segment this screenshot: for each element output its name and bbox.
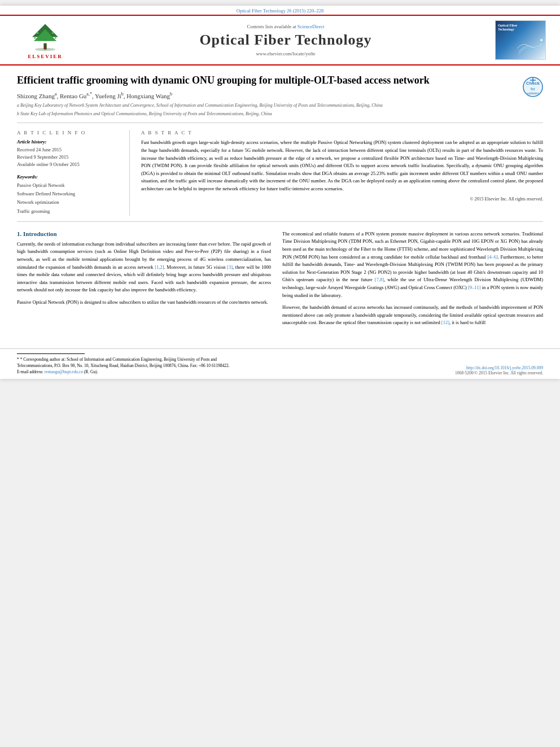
svg-point-6 (34, 37, 36, 38)
article-info-row: A R T I C L E I N F O Article history: R… (17, 123, 543, 221)
page: Optical Fiber Technology 26 (2015) 220–2… (0, 6, 560, 379)
journal-cover-section: Optical Fiber Technology (492, 20, 549, 60)
journal-name-heading: Optical Fiber Technology (85, 32, 487, 49)
article-info-left: A R T I C L E I N F O Article history: R… (17, 130, 130, 215)
journal-ref-bar: Optical Fiber Technology 26 (2015) 220–2… (0, 6, 560, 15)
footnote-block: * * Corresponding author at: School of I… (17, 353, 243, 375)
citation-1-2: [1,2] (155, 264, 164, 270)
journal-cover-image: Optical Fiber Technology (495, 20, 546, 60)
author-shizong: Shizong Zhang (17, 93, 55, 99)
body-paragraph-2: Passive Optical Network (PON) is designe… (17, 299, 271, 307)
keyword-4: Traffic grooming (17, 207, 121, 216)
revised-date: Revised 9 September 2015 (17, 154, 121, 161)
section-1-heading: 1. Introduction (17, 230, 271, 237)
available-date: Available online 9 October 2015 (17, 161, 121, 168)
page-footer: * * Corresponding author at: School of I… (0, 348, 560, 379)
svg-point-4 (36, 32, 38, 34)
doi-issn-block: http://dx.doi.org/10.1016/j.yofte.2015.0… (455, 365, 543, 375)
journal-header-center: Contents lists available at ScienceDirec… (85, 24, 487, 56)
citation-12: [12] (441, 320, 449, 325)
body-paragraph-4: However, the bandwidth demand of access … (282, 304, 543, 327)
keyword-3: Network optimization (17, 198, 121, 207)
elsevier-tree-icon (23, 21, 68, 53)
crossmark-section: Check for updates (523, 74, 543, 98)
email-label: E-mail address: (17, 369, 43, 374)
abstract-text: Fast bandwidth growth urges large-scale … (141, 139, 543, 193)
svg-point-11 (540, 39, 542, 41)
article-title-section: Efficient traffic grooming with dynamic … (17, 65, 543, 123)
footnote-corresponding: * * Corresponding author at: School of I… (17, 356, 243, 369)
svg-point-7 (55, 37, 56, 38)
citation-9-11: [9–11] (468, 285, 480, 290)
elsevier-logo-section: ELSEVIER (11, 21, 79, 59)
footnote-divider (17, 353, 85, 354)
journal-ref-text: Optical Fiber Technology 26 (2015) 220–2… (237, 8, 323, 14)
cover-title-line1: Optical Fiber (498, 24, 518, 28)
article-history-label: Article history: (17, 139, 121, 145)
article-abstract-section: A B S T R A C T Fast bandwidth growth ur… (141, 130, 543, 215)
article-authors: Shizong Zhanga, Rentao Gua,*, Yuefeng Ji… (17, 91, 517, 99)
svg-text:updates: updates (527, 91, 539, 95)
doi-link[interactable]: http://dx.doi.org/10.1016/j.yofte.2015.0… (455, 365, 543, 370)
footnote-email-line: E-mail address: rentaogu@bupt.edu.cn (R.… (17, 369, 243, 375)
article-container: Efficient traffic grooming with dynamic … (0, 65, 560, 343)
received-date: Received 24 June 2015 (17, 146, 121, 154)
sciencedirect-link[interactable]: ScienceDirect (298, 24, 325, 29)
copyright-line: © 2015 Elsevier Inc. All rights reserved… (141, 196, 543, 202)
svg-point-12 (542, 41, 544, 43)
abstract-label: A B S T R A C T (141, 130, 543, 136)
svg-text:for: for (531, 87, 536, 91)
email-suffix: (R. Gu). (84, 369, 98, 374)
body-paragraph-3: The economical and reliable features of … (282, 230, 543, 299)
journal-url: www.elsevier.com/locate/yofte (85, 51, 487, 56)
cover-title-line2: Technology (498, 28, 514, 32)
email-address[interactable]: rentaogu@bupt.edu.cn (45, 369, 83, 374)
keywords-list: Passive Optical Network Software Defined… (17, 181, 121, 216)
keywords-label: Keywords: (17, 174, 121, 180)
keyword-2: Software Defined Networking (17, 190, 121, 198)
sciencedirect-line: Contents lists available at ScienceDirec… (85, 24, 487, 29)
journal-header: ELSEVIER Contents lists available at Sci… (0, 15, 560, 65)
citation-4-6: [4–6] (487, 254, 497, 260)
affiliation-b: b State Key Lab of Information Photonics… (17, 111, 517, 117)
keyword-1: Passive Optical Network (17, 181, 121, 190)
author-rentao: Rentao Gu (60, 93, 86, 99)
article-title: Efficient traffic grooming with dynamic … (17, 74, 517, 87)
cover-visual-icon (516, 37, 544, 57)
elsevier-logo: ELSEVIER (11, 21, 79, 59)
author-yuefeng: Yuefeng Ji (95, 93, 121, 99)
footnote-star-text: * Corresponding author at: School of Inf… (17, 357, 230, 368)
sciencedirect-prefix: Contents lists available at (247, 24, 296, 29)
body-column-right: The economical and reliable features of … (282, 230, 543, 331)
article-body: 1. Introduction Currently, the needs of … (17, 222, 543, 331)
issn-line: 1068-5200/© 2015 Elsevier Inc. All right… (455, 370, 543, 375)
elsevier-wordmark: ELSEVIER (28, 54, 63, 59)
svg-point-8 (44, 45, 46, 47)
svg-rect-9 (45, 46, 46, 49)
svg-point-5 (52, 32, 54, 34)
body-column-left: 1. Introduction Currently, the needs of … (17, 230, 271, 331)
article-info-label: A R T I C L E I N F O (17, 130, 121, 136)
citation-7-8: [7,8] (375, 277, 384, 282)
article-title-block: Efficient traffic grooming with dynamic … (17, 74, 517, 117)
body-paragraph-1: Currently, the needs of information exch… (17, 241, 271, 294)
crossmark-icon[interactable]: Check for updates (523, 77, 543, 97)
author-hongxiang: Hongxiang Wang (126, 93, 170, 99)
citation-3: [3] (227, 264, 233, 270)
affiliation-a: a Beijing Key Laboratory of Network Syst… (17, 102, 517, 108)
